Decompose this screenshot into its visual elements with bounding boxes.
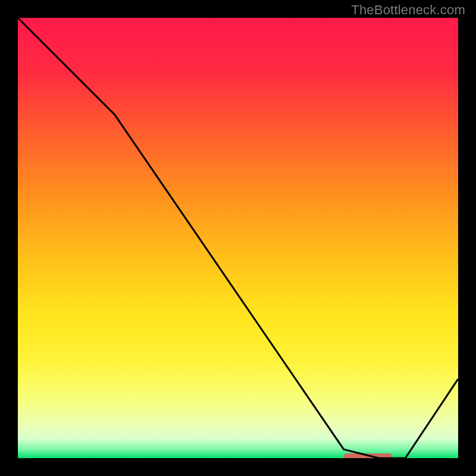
- chart-svg: [18, 18, 458, 458]
- watermark-text: TheBottleneck.com: [351, 2, 465, 18]
- chart-frame: TheBottleneck.com: [0, 0, 476, 476]
- plot-area: [18, 18, 458, 458]
